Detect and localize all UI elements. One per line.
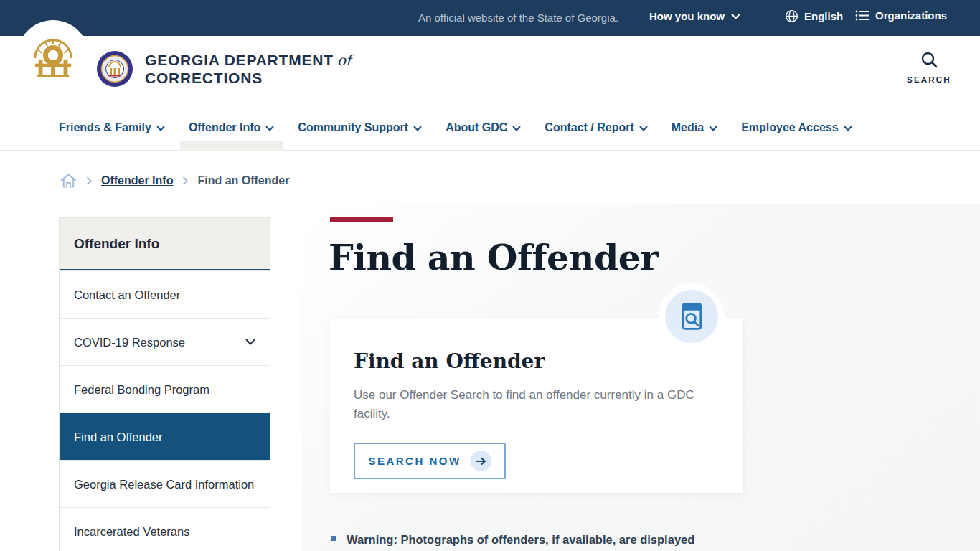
offender-search-badge [659, 283, 725, 349]
chevron-down-icon [245, 339, 255, 345]
nav-label: Contact / Report [545, 121, 633, 134]
chevron-down-icon [844, 126, 852, 131]
chevron-down-icon [265, 126, 274, 131]
nav-item-contact-report[interactable]: Contact / Report [545, 105, 647, 151]
org-name-connector: of [337, 52, 351, 69]
how-you-know-button[interactable]: How you know [649, 10, 740, 22]
language-selector[interactable]: English [785, 9, 843, 23]
chevron-right-icon [182, 176, 188, 185]
org-name-line1: GEORGIA DEPARTMENT [145, 52, 334, 68]
chevron-down-icon [639, 126, 648, 131]
sidebar-item-federal-bonding-program[interactable]: Federal Bonding Program [60, 365, 270, 413]
chevron-down-icon [156, 126, 165, 131]
nav-label: Media [672, 121, 704, 134]
nav-item-offender-info[interactable]: Offender Info [189, 105, 274, 151]
nav-label: About GDC [446, 121, 507, 134]
arrow-right-icon [471, 451, 491, 471]
globe-icon [785, 9, 798, 23]
page-title: Find an Offender [329, 237, 659, 278]
gdc-seal-icon [96, 50, 133, 88]
sidebar-title: Offender Info [60, 218, 270, 270]
nav-item-community-support[interactable]: Community Support [298, 105, 422, 151]
language-label: English [804, 10, 843, 22]
org-name-line2: CORRECTIONS [145, 70, 351, 87]
organizations-button[interactable]: Organizations [855, 9, 947, 22]
sidebar-item-contact-an-offender[interactable]: Contact an Offender [60, 270, 270, 318]
georgia-arch-logo[interactable] [17, 20, 89, 92]
breadcrumb-current: Find an Offender [197, 174, 289, 187]
home-icon[interactable] [60, 173, 77, 189]
site-title[interactable]: GEORGIA DEPARTMENTof CORRECTIONS [145, 51, 351, 87]
document-search-icon [665, 290, 718, 343]
section-sidebar: Offender Info Contact an Offender COVID-… [59, 217, 270, 551]
search-icon [920, 51, 938, 69]
how-you-know-label: How you know [649, 10, 725, 22]
red-accent-bar [330, 217, 393, 222]
government-topbar: An official website of the State of Geor… [0, 0, 980, 36]
official-website-text: An official website of the State of Geor… [418, 11, 618, 24]
chevron-down-icon [709, 126, 717, 131]
sidebar-item-covid-19-response[interactable]: COVID-19 Response [60, 318, 270, 365]
sidebar-item-label: Georgia Release Card Information [74, 475, 254, 494]
sidebar-item-label: Find an Offender [74, 428, 163, 446]
header-search-button[interactable]: SEARCH [904, 51, 954, 84]
main-navigation: Friends & Family Offender Info Community… [0, 105, 980, 151]
bullet-icon [331, 536, 336, 541]
page: An official website of the State of Geor… [0, 0, 980, 551]
sidebar-item-georgia-release-card[interactable]: Georgia Release Card Information [60, 460, 270, 507]
breadcrumb: Offender Info Find an Offender [60, 173, 289, 189]
nav-label: Offender Info [189, 121, 260, 134]
chevron-down-icon [731, 13, 740, 19]
warning-list-item: Warning: Photographs of offenders, if av… [331, 531, 747, 548]
nav-label: Employee Access [741, 121, 838, 134]
organizations-label: Organizations [875, 9, 947, 22]
nav-item-friends-family[interactable]: Friends & Family [59, 105, 165, 151]
header-divider [90, 56, 90, 86]
sidebar-item-incarcerated-veterans[interactable]: Incarcerated Veterans [60, 507, 270, 551]
sidebar-item-label: COVID-19 Response [74, 333, 185, 352]
nav-item-employee-access[interactable]: Employee Access [741, 105, 852, 151]
sidebar-item-label: Incarcerated Veterans [74, 522, 189, 541]
nav-label: Community Support [298, 121, 408, 134]
sidebar-item-find-an-offender[interactable]: Find an Offender [60, 413, 270, 460]
chevron-down-icon [512, 126, 521, 131]
list-icon [855, 9, 870, 22]
chevron-right-icon [86, 176, 92, 185]
nav-label: Friends & Family [59, 121, 151, 134]
card-description: Use our Offender Search to find an offen… [354, 386, 697, 423]
search-now-button[interactable]: SEARCH NOW [354, 443, 506, 479]
search-now-label: SEARCH NOW [368, 455, 461, 467]
nav-item-media[interactable]: Media [672, 105, 717, 151]
georgia-arch-icon [31, 33, 75, 79]
card-title: Find an Offender [354, 349, 720, 373]
warning-text: Warning: Photographs of offenders, if av… [347, 531, 694, 548]
chevron-down-icon [413, 126, 422, 131]
sidebar-item-label: Federal Bonding Program [74, 380, 209, 399]
breadcrumb-link-offender-info[interactable]: Offender Info [101, 174, 173, 187]
sidebar-item-label: Contact an Offender [74, 286, 180, 304]
nav-item-about-gdc[interactable]: About GDC [446, 105, 521, 151]
search-label: SEARCH [904, 75, 954, 84]
